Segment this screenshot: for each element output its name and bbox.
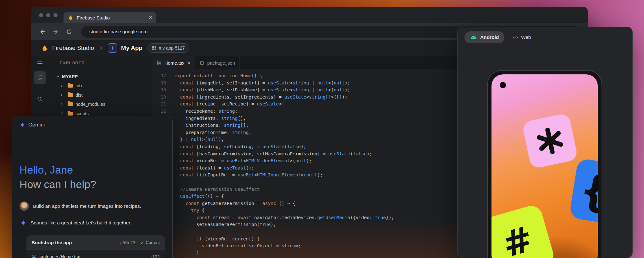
tab-close-icon[interactable] — [148, 16, 152, 19]
line-number: 17 — [152, 72, 166, 79]
code-brackets-icon: <> — [513, 35, 518, 40]
user-message-row: Build an app that lets me turn images in… — [19, 202, 141, 211]
window-controls — [39, 13, 58, 17]
commit-hash: a56c23 — [120, 240, 136, 245]
react-icon — [31, 254, 36, 258]
additions-count: +122 — [150, 254, 160, 258]
project-name: My App — [121, 45, 142, 51]
task-title: Bootstrap the app — [31, 240, 120, 245]
platform-toggle: Android <> Web — [464, 31, 531, 43]
explorer-activity-button[interactable] — [34, 71, 46, 84]
folder-icon — [68, 112, 73, 116]
gemini-title: Gemini — [28, 122, 45, 128]
tree-item-label: dist — [75, 93, 83, 98]
chevron-right-icon — [60, 103, 63, 106]
window-maximize-button[interactable] — [53, 13, 58, 17]
line-number: 19 — [152, 86, 166, 94]
gemini-spark-icon — [20, 220, 26, 226]
tree-item-idx[interactable]: .idx — [49, 81, 152, 91]
sticker-asterisk — [522, 113, 578, 169]
tab-close-icon[interactable] — [187, 61, 191, 65]
greeting-primary: Hello, Jane — [19, 163, 96, 177]
tree-item-label: .idx — [75, 83, 83, 88]
desktop-background: Firebase Studio studio.firebase.google.c… — [0, 0, 644, 258]
gemini-spark-icon — [19, 122, 25, 128]
gemini-header: Gemini — [19, 122, 45, 128]
window-close-button[interactable] — [39, 13, 43, 17]
web-label: Web — [521, 35, 531, 40]
react-icon — [156, 60, 162, 66]
greeting-secondary: How can I help? — [19, 177, 96, 191]
search-icon[interactable] — [36, 96, 43, 103]
firebase-favicon-icon — [68, 15, 74, 20]
chevron-down-icon — [56, 75, 59, 78]
browser-titlebar: Firebase Studio — [31, 7, 588, 23]
browser-tab-title: Firebase Studio — [77, 15, 145, 20]
folder-icon — [68, 93, 73, 97]
tree-item-dist[interactable]: dist — [49, 90, 152, 100]
android-toggle[interactable]: Android — [464, 31, 504, 43]
tree-item-label: scripts — [75, 111, 89, 116]
tree-item-node-modules[interactable]: node_modules — [49, 100, 152, 109]
task-card-header[interactable]: Bootstrap the app a56c23 ✓ Current — [26, 235, 165, 250]
assistant-message-text: Sounds like a great idea! Let's build it… — [31, 220, 131, 226]
forward-button[interactable] — [50, 26, 61, 37]
brand-title: Firebase Studio — [52, 45, 94, 51]
preview-panel: Android <> Web — [457, 27, 633, 258]
chevron-right-icon — [60, 93, 63, 97]
project-id-badge[interactable]: my-app-5127 — [147, 43, 190, 53]
project-id-label: my-app-5127 — [159, 46, 185, 51]
hash-art-glyph: # — [498, 221, 536, 258]
editor-tab-home-tsx[interactable]: Home.tsx — [152, 56, 195, 69]
editor-tab-package-json[interactable]: {} package.json — [195, 56, 240, 69]
tree-item-label: node_modules — [75, 102, 105, 107]
tree-root-label: MYAPP — [62, 74, 78, 79]
back-button[interactable] — [37, 26, 48, 37]
firebase-logo-icon — [41, 45, 48, 52]
reload-button[interactable] — [64, 26, 74, 37]
window-minimize-button[interactable] — [46, 13, 50, 17]
tree-root-myapp[interactable]: MYAPP — [49, 72, 152, 81]
check-icon: ✓ — [141, 240, 144, 245]
chevron-right-icon — [60, 84, 63, 88]
folder-icon — [68, 102, 73, 106]
android-icon — [470, 35, 477, 40]
apps-grid-icon — [152, 46, 156, 50]
app-icon — [108, 43, 117, 53]
editor-tab-label: Home.tsx — [164, 60, 184, 66]
phone-screen: { # — [491, 74, 598, 258]
line-number: 22 — [152, 108, 166, 115]
url-text: studio.firebase.google.com — [89, 29, 147, 35]
user-avatar — [19, 202, 29, 211]
gemini-greeting: Hello, Jane How can I help? — [19, 163, 96, 191]
web-toggle[interactable]: <> Web — [513, 35, 531, 40]
status-badge: Current — [146, 240, 160, 245]
gemini-panel: Gemini Hello, Jane How can I help? Build… — [12, 116, 173, 258]
folder-icon — [68, 84, 73, 88]
bootstrap-task-card: Bootstrap the app a56c23 ✓ Current src/p… — [26, 235, 165, 258]
asterisk-icon — [534, 125, 566, 157]
user-message-text: Build an app that lets me turn images in… — [33, 203, 141, 209]
editor-tab-label: package.json — [207, 60, 235, 66]
line-number: 18 — [152, 79, 166, 87]
menu-icon[interactable] — [36, 60, 43, 67]
brace-art-glyph: { — [576, 168, 598, 214]
chevron-right-icon — [60, 112, 63, 115]
files-icon — [37, 74, 43, 81]
json-icon: {} — [199, 61, 204, 65]
file-path: src/pages/Home.tsx — [40, 254, 147, 258]
file-change-row[interactable]: src/pages/Home.tsx +122 — [26, 250, 165, 258]
line-number: 21 — [152, 100, 166, 108]
breadcrumb-chevron-icon — [99, 46, 103, 50]
android-label: Android — [480, 35, 499, 40]
explorer-title: EXPLORER — [60, 61, 85, 65]
camera-punch-hole — [500, 82, 506, 88]
line-number: 20 — [152, 94, 166, 101]
assistant-message-row: Sounds like a great idea! Let's build it… — [20, 220, 131, 226]
phone-mockup: { # — [487, 70, 602, 258]
file-tree: MYAPP .idx dist node — [49, 72, 152, 118]
browser-tab[interactable]: Firebase Studio — [64, 12, 156, 23]
